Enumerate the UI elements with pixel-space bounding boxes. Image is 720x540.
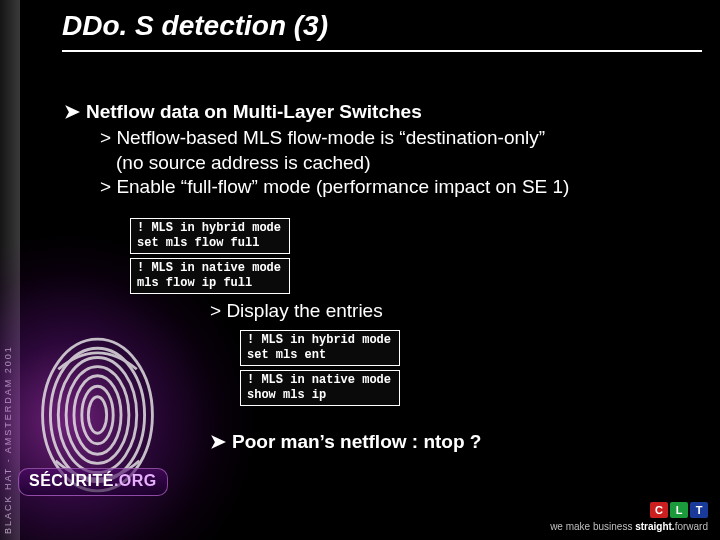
footer-tagline: we make business straight.forward bbox=[550, 521, 708, 532]
block-t: T bbox=[690, 502, 708, 518]
subbullet-dest-only: > Netflow-based MLS flow-mode is “destin… bbox=[100, 126, 700, 150]
bullet-netflow-mls-text: Netflow data on Multi-Layer Switches bbox=[86, 101, 422, 122]
footer-tag-1: we make business bbox=[550, 521, 635, 532]
subbullet-dest-only-cont-text: (no source address is cached) bbox=[116, 152, 371, 173]
subbullet-dest-only-text: Netflow-based MLS flow-mode is “destinat… bbox=[116, 127, 545, 148]
code-hybrid-ent: ! MLS in hybrid mode set mls ent bbox=[240, 330, 400, 366]
footer-tag-2: forward bbox=[675, 521, 708, 532]
svg-point-5 bbox=[82, 386, 113, 444]
subbullet-full-flow-text: Enable “full-flow” mode (performance imp… bbox=[116, 176, 569, 197]
triangle-bullet-icon: ➤ bbox=[210, 430, 226, 453]
svg-point-3 bbox=[66, 367, 129, 464]
conference-sidebar: BLACK HAT - AMSTERDAM 2001 bbox=[0, 0, 20, 540]
svg-point-1 bbox=[50, 348, 144, 481]
logo-main-text: SÉCURITÉ bbox=[29, 472, 114, 489]
slide-title: DDo. S detection (3) bbox=[62, 10, 328, 42]
subbullet-display-text: Display the entries bbox=[226, 300, 382, 321]
logo-suffix-text: .ORG bbox=[114, 472, 157, 489]
title-divider bbox=[62, 50, 702, 52]
securite-org-logo: SÉCURITÉ.ORG bbox=[18, 468, 168, 496]
bullet-ntop: ➤Poor man’s netflow : ntop ? bbox=[210, 430, 481, 453]
code-native-flow: ! MLS in native mode mls flow ip full bbox=[130, 258, 290, 294]
footer-branding: CLT we make business straight.forward bbox=[550, 502, 708, 532]
block-l: L bbox=[670, 502, 688, 518]
subbullet-display: > Display the entries bbox=[210, 300, 383, 322]
block-c: C bbox=[650, 502, 668, 518]
subbullet-dest-only-cont: (no source address is cached) bbox=[116, 151, 700, 175]
footer-tag-bold: straight. bbox=[635, 521, 674, 532]
triangle-bullet-icon: ➤ bbox=[64, 100, 80, 124]
bullet-netflow-mls: ➤Netflow data on Multi-Layer Switches bbox=[64, 100, 700, 124]
code-hybrid-flow: ! MLS in hybrid mode set mls flow full bbox=[130, 218, 290, 254]
footer-color-blocks: CLT bbox=[550, 502, 708, 518]
slide-content: ➤Netflow data on Multi-Layer Switches > … bbox=[60, 100, 700, 200]
bullet-ntop-text: Poor man’s netflow : ntop ? bbox=[232, 431, 481, 452]
subbullet-full-flow: > Enable “full-flow” mode (performance i… bbox=[100, 175, 700, 199]
code-native-show: ! MLS in native mode show mls ip bbox=[240, 370, 400, 406]
svg-point-6 bbox=[88, 397, 106, 434]
